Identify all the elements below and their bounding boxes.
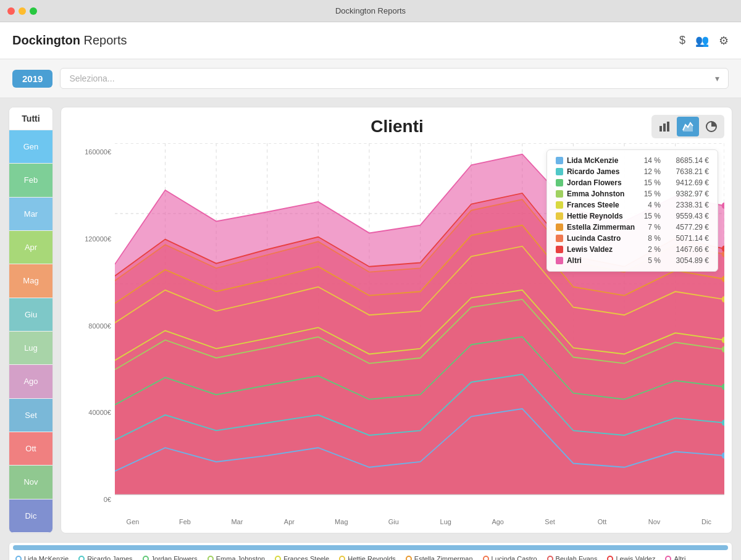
sidebar-item-set[interactable]: Set bbox=[9, 399, 52, 432]
close-button[interactable] bbox=[7, 7, 15, 15]
x-label-ott: Ott bbox=[587, 518, 618, 525]
bl-item-jordan: Jordan Flowers bbox=[143, 555, 198, 560]
legend-name-lewis: Lewis Valdez bbox=[567, 245, 635, 254]
maximize-button[interactable] bbox=[30, 7, 37, 15]
bl-label-lucinda: Lucinda Castro bbox=[492, 555, 537, 560]
x-label-apr: Apr bbox=[274, 518, 304, 525]
legend-color-estella bbox=[556, 224, 563, 231]
bl-dot-lida bbox=[15, 556, 22, 560]
area-chart-button[interactable] bbox=[677, 117, 699, 136]
sidebar-item-mag[interactable]: Mag bbox=[9, 264, 52, 298]
legend-pct-altri: 5 % bbox=[638, 256, 661, 265]
bl-item-beulah: Beulah Evans bbox=[547, 555, 598, 560]
bl-label-beulah: Beulah Evans bbox=[556, 555, 598, 560]
bl-item-lida: Lida McKenzie bbox=[15, 555, 69, 560]
chart-header: Clienti bbox=[69, 115, 724, 138]
x-axis: Gen Feb Mar Apr Mag Giu Lug Ago Set Ott … bbox=[115, 518, 724, 525]
bl-label-altri: Altri bbox=[674, 555, 685, 560]
y-label-40k: 40000€ bbox=[69, 409, 115, 416]
scroll-indicator[interactable] bbox=[13, 545, 728, 550]
chart-area: 0€ 40000€ 80000€ 120000€ 160000€ .grid-l… bbox=[69, 143, 724, 518]
category-select[interactable]: Seleziona... ▾ bbox=[60, 68, 729, 89]
sidebar-item-dic[interactable]: Dic bbox=[9, 499, 52, 533]
bl-dot-emma bbox=[207, 556, 214, 560]
bl-dot-frances bbox=[275, 556, 281, 560]
legend-name-estella: Estella Zimmerman bbox=[567, 223, 635, 232]
legend-val-altri: 3054.89 € bbox=[664, 256, 709, 265]
bl-label-frances: Frances Steele bbox=[283, 555, 329, 560]
bl-label-ricardo: Ricardo James bbox=[87, 555, 132, 560]
legend-val-estella: 4577.29 € bbox=[664, 223, 709, 232]
bl-item-altri: Altri bbox=[665, 555, 685, 560]
sidebar-item-gen[interactable]: Gen bbox=[9, 130, 52, 164]
legend-pct-frances: 4 % bbox=[638, 201, 661, 209]
y-label-160k: 160000€ bbox=[69, 148, 115, 156]
legend-item-hettie: Hettie Reynolds 15 % 9559.43 € bbox=[556, 212, 709, 220]
legend-name-lucinda: Lucinda Castro bbox=[567, 234, 635, 243]
legend-item-lewis: Lewis Valdez 2 % 1467.66 € bbox=[556, 245, 709, 254]
legend-item-estella: Estella Zimmerman 7 % 4577.29 € bbox=[556, 223, 709, 232]
x-label-ago: Ago bbox=[482, 518, 513, 525]
bl-dot-hettie bbox=[339, 556, 345, 560]
bl-item-hettie: Hettie Reynolds bbox=[339, 555, 396, 560]
sidebar-item-apr[interactable]: Apr bbox=[9, 231, 52, 264]
legend-item-emma: Emma Johnston 15 % 9382.97 € bbox=[556, 190, 709, 198]
x-label-set: Set bbox=[535, 518, 566, 525]
legend-pct-jordan: 15 % bbox=[638, 178, 661, 187]
main-content: Tutti Gen Feb Mar Apr Mag Giu Lug Ago Se… bbox=[0, 98, 741, 542]
bl-dot-ricardo bbox=[78, 556, 85, 560]
legend-pct-estella: 7 % bbox=[638, 223, 661, 232]
minimize-button[interactable] bbox=[19, 7, 26, 15]
legend-color-hettie bbox=[556, 212, 563, 220]
sidebar-item-mar[interactable]: Mar bbox=[9, 198, 52, 231]
header-icons: $ 👥 ⚙ bbox=[679, 34, 729, 48]
bl-dot-lewis bbox=[607, 556, 613, 560]
bl-dot-lucinda bbox=[483, 556, 489, 560]
title-bar: Dockington Reports bbox=[0, 0, 741, 22]
x-label-nov: Nov bbox=[639, 518, 670, 525]
window-controls bbox=[7, 7, 37, 15]
legend-pct-emma: 15 % bbox=[638, 190, 661, 198]
bl-item-estella: Estella Zimmerman bbox=[406, 555, 473, 560]
logo-bold: Dockington bbox=[12, 33, 80, 47]
bar-chart-button[interactable] bbox=[653, 117, 676, 136]
svg-rect-0 bbox=[659, 126, 662, 132]
y-label-120k: 120000€ bbox=[69, 235, 115, 243]
bottom-legend: Lida McKenzie Ricardo James Jordan Flowe… bbox=[9, 542, 732, 560]
bl-dot-jordan bbox=[143, 556, 149, 560]
x-label-giu: Giu bbox=[378, 518, 409, 525]
x-label-dic: Dic bbox=[691, 518, 722, 525]
year-badge[interactable]: 2019 bbox=[12, 70, 52, 88]
legend-item-frances: Frances Steele 4 % 2338.31 € bbox=[556, 201, 709, 209]
sidebar-header: Tutti bbox=[9, 107, 52, 130]
sidebar-item-nov[interactable]: Nov bbox=[9, 466, 52, 499]
chart-controls bbox=[651, 115, 724, 138]
window-title: Dockington Reports bbox=[335, 6, 406, 15]
sidebar-item-ott[interactable]: Ott bbox=[9, 432, 52, 466]
legend-color-frances bbox=[556, 201, 563, 209]
legend-color-jordan bbox=[556, 179, 563, 186]
dollar-icon[interactable]: $ bbox=[679, 34, 685, 47]
y-label-80k: 80000€ bbox=[69, 322, 115, 330]
pie-chart-button[interactable] bbox=[700, 117, 722, 136]
legend-name-frances: Frances Steele bbox=[567, 201, 635, 209]
legend-name-jordan: Jordan Flowers bbox=[567, 178, 635, 187]
legend-val-hettie: 9559.43 € bbox=[664, 212, 709, 220]
sidebar-item-lug[interactable]: Lug bbox=[9, 332, 52, 365]
legend-pct-lewis: 2 % bbox=[638, 245, 661, 254]
legend-pct-ricardo: 12 % bbox=[638, 167, 661, 176]
legend-name-emma: Emma Johnston bbox=[567, 190, 635, 198]
sidebar-item-feb[interactable]: Feb bbox=[9, 164, 52, 197]
svg-rect-2 bbox=[667, 122, 669, 132]
sidebar-item-giu[interactable]: Giu bbox=[9, 298, 52, 332]
sidebar-item-ago[interactable]: Ago bbox=[9, 365, 52, 398]
legend-val-lucinda: 5071.14 € bbox=[664, 234, 709, 243]
users-icon[interactable]: 👥 bbox=[695, 34, 709, 48]
bl-item-lucinda: Lucinda Castro bbox=[483, 555, 537, 560]
bottom-legend-items: Lida McKenzie Ricardo James Jordan Flowe… bbox=[9, 553, 732, 560]
settings-icon[interactable]: ⚙ bbox=[719, 34, 729, 48]
bl-dot-beulah bbox=[547, 556, 553, 560]
months-sidebar: Tutti Gen Feb Mar Apr Mag Giu Lug Ago Se… bbox=[9, 107, 53, 533]
bl-item-frances: Frances Steele bbox=[275, 555, 329, 560]
legend-val-emma: 9382.97 € bbox=[664, 190, 709, 198]
